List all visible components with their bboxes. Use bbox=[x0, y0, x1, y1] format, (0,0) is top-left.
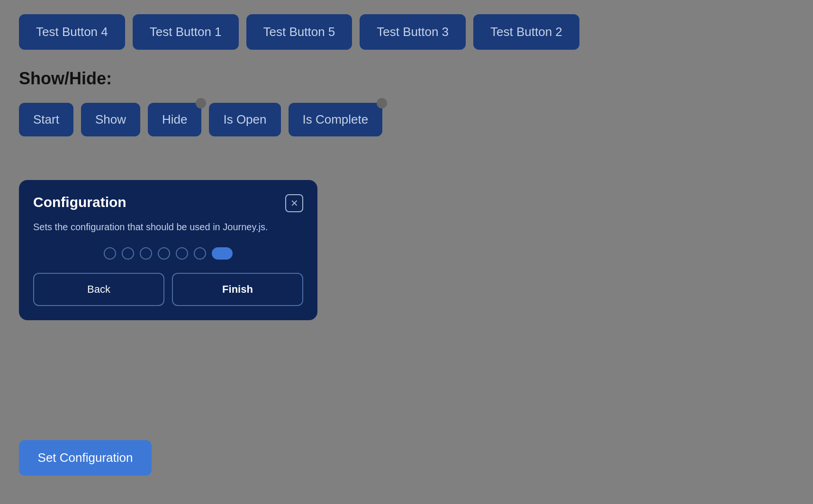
dot-0[interactable] bbox=[104, 247, 116, 260]
dot-6[interactable] bbox=[212, 247, 233, 260]
modal-header: Configuration ✕ bbox=[33, 194, 303, 212]
dot-1[interactable] bbox=[122, 247, 134, 260]
start-btn[interactable]: Start bbox=[19, 103, 73, 136]
show-hide-title: Show/Hide: bbox=[19, 69, 794, 89]
modal-footer: Back Finish bbox=[33, 273, 303, 306]
set-configuration-button[interactable]: Set Configuration bbox=[19, 440, 152, 476]
modal-dots bbox=[33, 247, 303, 260]
finish-button[interactable]: Finish bbox=[172, 273, 303, 306]
test-btn-2[interactable]: Test Button 2 bbox=[473, 14, 579, 50]
modal-title: Configuration bbox=[33, 194, 126, 210]
dot-4[interactable] bbox=[176, 247, 188, 260]
configuration-modal: Configuration ✕ Sets the configuration t… bbox=[19, 180, 317, 320]
modal-close-button[interactable]: ✕ bbox=[285, 194, 303, 212]
dot-3[interactable] bbox=[158, 247, 170, 260]
hide-btn[interactable]: Hide bbox=[148, 103, 201, 136]
show-btn[interactable]: Show bbox=[81, 103, 140, 136]
modal-description: Sets the configuration that should be us… bbox=[33, 220, 303, 234]
test-btn-3[interactable]: Test Button 3 bbox=[360, 14, 466, 50]
is-complete-btn[interactable]: Is Complete bbox=[289, 103, 383, 136]
test-btn-5[interactable]: Test Button 5 bbox=[246, 14, 352, 50]
show-hide-section: Show/Hide: StartShowHideIs OpenIs Comple… bbox=[0, 59, 813, 146]
show-hide-buttons: StartShowHideIs OpenIs Complete bbox=[19, 103, 794, 136]
dot-2[interactable] bbox=[140, 247, 152, 260]
top-buttons-container: Test Button 4Test Button 1Test Button 5T… bbox=[0, 0, 813, 59]
back-button[interactable]: Back bbox=[33, 273, 164, 306]
is-open-btn[interactable]: Is Open bbox=[209, 103, 280, 136]
dot-5[interactable] bbox=[194, 247, 206, 260]
test-btn-4[interactable]: Test Button 4 bbox=[19, 14, 125, 50]
test-btn-1[interactable]: Test Button 1 bbox=[133, 14, 239, 50]
